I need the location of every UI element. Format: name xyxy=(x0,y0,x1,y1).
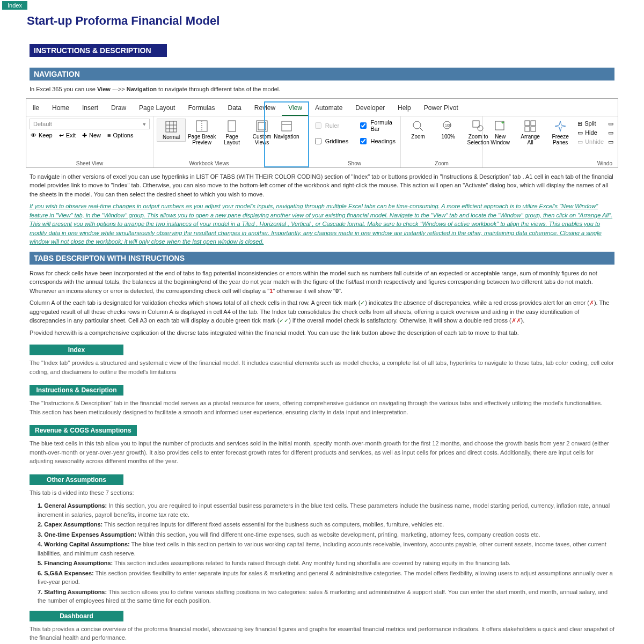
index-tab-button[interactable]: Index xyxy=(30,345,123,355)
tab-view[interactable]: View xyxy=(282,101,309,116)
svg-rect-21 xyxy=(531,121,536,126)
arrange-all-button[interactable]: Arrange All xyxy=(516,119,544,147)
unhide-icon: ▭ xyxy=(577,138,583,145)
red-cross-icon: ✗ xyxy=(589,299,594,306)
options-button[interactable]: ≡Options xyxy=(106,131,134,140)
svg-line-13 xyxy=(420,128,423,131)
dashboard-tab-desc: This tab provides a concise overview of … xyxy=(30,625,614,642)
zoom-button[interactable]: Zoom xyxy=(404,119,432,141)
hide-icon: ▭ xyxy=(577,129,583,136)
page-layout-button[interactable]: Page Layout xyxy=(218,119,246,147)
tabs-desc-p3: Provided herewith is a comprehensive exp… xyxy=(30,328,614,338)
dashboard-tab-button[interactable]: Dashboard xyxy=(30,611,123,621)
nav-intro-text: In Excel 365 you can use View --->> Navi… xyxy=(30,85,614,94)
navigation-header: NAVIGATION xyxy=(30,68,614,80)
window-opt1[interactable]: ▭ xyxy=(607,120,614,128)
page-title: Start-up Proforma Financial Model xyxy=(27,14,644,28)
navigation-button[interactable]: Navigation xyxy=(270,119,302,141)
tab-developer[interactable]: Developer xyxy=(349,101,391,116)
tab-power-pivot[interactable]: Power Pivot xyxy=(418,101,465,116)
nav-icon xyxy=(279,120,294,133)
other-assumption-item: 4. Working Capital Assumptions: The blue… xyxy=(38,540,614,558)
sheet-view-label: Sheet View xyxy=(30,159,150,166)
instructions-tab-desc: The "Instructions & Description" tab in … xyxy=(30,399,614,416)
unhide-button[interactable]: ▭Unhide xyxy=(576,138,605,146)
other-assumption-item: 6. S,G&A Expenses: This section provides… xyxy=(38,569,614,587)
gridlines-checkbox[interactable]: Gridlines xyxy=(312,136,352,147)
page-icon xyxy=(224,120,239,133)
exit-button[interactable]: ↩Exit xyxy=(58,131,77,140)
other-assumption-item: 5. Financing Assumptions: This section i… xyxy=(38,559,614,568)
tab-review[interactable]: Review xyxy=(248,101,282,116)
split-button[interactable]: ⊞Split xyxy=(576,120,605,128)
page-break-button[interactable]: Page Break Preview xyxy=(188,119,216,147)
magnifier-icon xyxy=(411,120,426,133)
tabs-desc-p1: Rows for check cells have been incorpora… xyxy=(30,269,614,296)
tab-home[interactable]: Home xyxy=(46,101,76,116)
list-icon: ≡ xyxy=(107,132,111,138)
green-tick-icon: ✓ xyxy=(360,299,365,306)
ribbon-tabs: ile Home Insert Draw Page Layout Formula… xyxy=(26,99,618,116)
window-opt2[interactable]: ▭ xyxy=(607,129,614,137)
revenue-tab-desc: The blue text cells in this tab allow yo… xyxy=(30,439,614,466)
instructions-header: INSTRUCTIONS & DESCRIPTION xyxy=(30,44,167,57)
tab-file[interactable]: ile xyxy=(26,101,46,116)
tab-help[interactable]: Help xyxy=(391,101,418,116)
excel-ribbon: ile Home Insert Draw Page Layout Formula… xyxy=(26,98,618,168)
tab-draw[interactable]: Draw xyxy=(105,101,133,116)
other-assumption-item: 1. General Assumptions: In this section,… xyxy=(38,501,614,519)
other-assumption-item: 7. Staffing Assumptions: This section al… xyxy=(38,588,614,605)
nav-para2: To navigate in other versions of excel y… xyxy=(30,172,614,199)
other-assumption-item: 3. One-time Expenses Assumption: Within … xyxy=(38,530,614,539)
svg-rect-23 xyxy=(531,127,536,131)
keep-button[interactable]: 👁Keep xyxy=(30,131,54,140)
workbook-views-label: Workbook Views xyxy=(157,159,261,166)
pagebreak-icon xyxy=(194,120,209,133)
zoom-100-button[interactable]: 100 100% xyxy=(434,119,462,141)
other-intro: This tab is divided into these 7 section… xyxy=(30,488,614,497)
svg-point-17 xyxy=(478,126,483,131)
svg-text:+: + xyxy=(501,120,504,126)
top-index-tab[interactable]: Index xyxy=(2,1,27,10)
svg-rect-10 xyxy=(282,121,291,131)
tab-data[interactable]: Data xyxy=(221,101,247,116)
eye-icon: 👁 xyxy=(31,132,36,138)
tab-automate[interactable]: Automate xyxy=(309,101,349,116)
new-window-button[interactable]: + New Window xyxy=(486,119,514,147)
ruler-checkbox[interactable]: Ruler xyxy=(312,119,352,133)
plus-icon: ✚ xyxy=(82,132,87,139)
headings-checkbox[interactable]: Headings xyxy=(357,136,397,147)
instructions-tab-button[interactable]: Instructions & Description xyxy=(30,385,123,396)
other-tab-button[interactable]: Other Assumptions xyxy=(30,474,123,485)
tab-page-layout[interactable]: Page Layout xyxy=(133,101,181,116)
nav-group-label xyxy=(268,165,305,166)
formula-bar-checkbox[interactable]: Formula Bar xyxy=(357,119,397,133)
zoom-label: Zoom xyxy=(404,159,479,166)
grid-icon xyxy=(164,120,179,133)
sheet-view-dropdown[interactable]: Default xyxy=(30,119,150,129)
hide-button[interactable]: ▭Hide xyxy=(576,129,605,137)
tab-insert[interactable]: Insert xyxy=(76,101,105,116)
double-red-cross-icon: ✗✗ xyxy=(511,317,521,324)
show-label: Show xyxy=(312,159,397,166)
svg-rect-20 xyxy=(525,121,530,126)
tabs-description-header: TABS DESCRIPTON WITH INSTRUCTIONS xyxy=(30,252,614,265)
svg-rect-7 xyxy=(228,121,236,131)
double-green-tick-icon: ✓✓ xyxy=(279,317,289,324)
exit-icon: ↩ xyxy=(59,132,64,139)
svg-rect-22 xyxy=(525,127,530,131)
split-icon: ⊞ xyxy=(577,120,582,127)
svg-rect-9 xyxy=(258,122,266,130)
window-opt3[interactable]: ▭ xyxy=(607,138,614,146)
new-window-icon: + xyxy=(493,120,508,133)
freeze-panes-button[interactable]: Freeze Panes xyxy=(546,119,574,147)
tab-formulas[interactable]: Formulas xyxy=(181,101,221,116)
index-tab-desc: The "Index tab" provides a structured an… xyxy=(30,358,614,376)
normal-view-button[interactable]: Normal xyxy=(157,119,186,142)
freeze-icon xyxy=(553,120,568,133)
svg-text:100: 100 xyxy=(445,123,451,127)
revenue-tab-button[interactable]: Revenue & COGS Assumptions xyxy=(30,425,137,436)
window-label: Windo xyxy=(486,159,614,166)
new-button[interactable]: ✚New xyxy=(81,131,102,140)
tabs-desc-p2: Column A of the each tab is designated f… xyxy=(30,298,614,325)
